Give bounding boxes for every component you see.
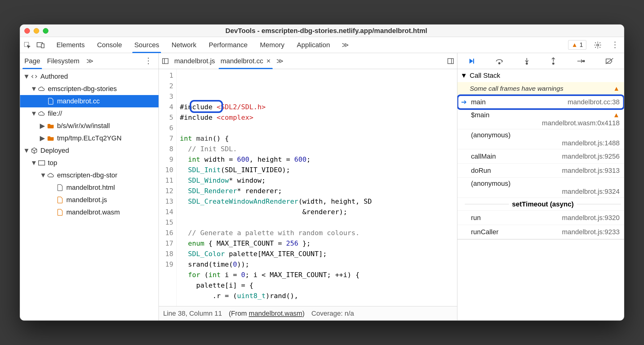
warnings-badge[interactable]: ▲ 1 <box>568 40 586 50</box>
inspect-element-icon[interactable] <box>23 41 31 49</box>
callstack-frame[interactable]: ➔callMainmandelbrot.js:9256 <box>457 149 624 164</box>
async-separator: setTimeout (async) <box>457 198 624 211</box>
tree-file-mandelbrot-cc[interactable]: mandelbrot.cc <box>20 95 159 107</box>
code-editor[interactable]: 12345678910111213141516171819 #include <… <box>159 69 457 306</box>
svg-rect-9 <box>473 59 474 64</box>
svg-rect-2 <box>41 44 44 48</box>
tree-group-deployed[interactable]: ▼Deployed <box>20 144 159 157</box>
deactivate-breakpoints-icon[interactable] <box>605 58 614 64</box>
toggle-debugger-icon[interactable] <box>447 58 454 64</box>
more-tabs-chevron-icon[interactable]: ≫ <box>342 41 349 49</box>
settings-gear-icon[interactable] <box>592 41 604 49</box>
file-icon <box>56 197 64 203</box>
main-tabs-row: Elements Console Sources Network Perform… <box>20 37 624 53</box>
tree-file-js[interactable]: mandelbrot.js <box>20 194 159 206</box>
zoom-window-button[interactable] <box>43 28 48 34</box>
kebab-menu-icon[interactable]: ⋮ <box>609 40 621 50</box>
tab-memory[interactable]: Memory <box>259 37 285 53</box>
file-icon <box>56 184 64 191</box>
file-tab-js[interactable]: mandelbrot.js <box>174 53 215 69</box>
tree-origin-3[interactable]: ▼emscripten-dbg-stor <box>20 169 159 181</box>
navigator-more-icon[interactable]: ≫ <box>86 57 93 65</box>
step-out-icon[interactable] <box>550 57 556 65</box>
navigator-tab-filesystem[interactable]: Filesystem <box>47 53 79 69</box>
svg-point-3 <box>597 44 599 46</box>
callstack-warning: Some call frames have warnings ▲ <box>457 82 624 95</box>
code-icon <box>31 73 38 80</box>
window-title: DevTools - emscripten-dbg-stories.netlif… <box>55 27 598 35</box>
close-tab-icon[interactable]: ✕ <box>266 58 271 64</box>
navigator-tab-page[interactable]: Page <box>24 53 40 69</box>
svg-point-12 <box>526 63 528 64</box>
warnings-count: 1 <box>580 41 583 48</box>
cloud-icon <box>38 86 45 91</box>
window-controls <box>24 28 48 34</box>
editor-panel: mandelbrot.js mandelbrot.cc✕ ≫ 123456789… <box>159 53 457 320</box>
callstack-frame[interactable]: ➔(anonymous)mandelbrot.js:9324 <box>457 178 624 198</box>
coverage-status: Coverage: n/a <box>312 310 354 318</box>
callstack-frame[interactable]: ➔doRunmandelbrot.js:9313 <box>457 164 624 178</box>
tab-sources[interactable]: Sources <box>134 37 160 53</box>
toggle-navigator-icon[interactable] <box>162 58 169 64</box>
callstack-header[interactable]: ▼Call Stack <box>457 69 624 82</box>
more-file-tabs-icon[interactable]: ≫ <box>276 57 283 65</box>
step-over-icon[interactable] <box>495 58 503 64</box>
callstack-frame[interactable]: ➔runCallermandelbrot.js:9233 <box>457 225 624 239</box>
cube-icon <box>31 147 38 154</box>
navigator-tabs: Page Filesystem ≫ ⋮ <box>20 53 159 69</box>
folder-icon <box>47 135 55 141</box>
source-mapped-from[interactable]: (From mandelbrot.wasm) <box>229 310 305 318</box>
warning-triangle-icon: ▲ <box>613 85 620 92</box>
tree-folder-2[interactable]: ▶tmp/tmp.ELcTq2YGN <box>20 132 159 144</box>
warning-triangle-icon: ▲ <box>572 41 578 48</box>
editor-status-bar: Line 38, Column 11 (From mandelbrot.wasm… <box>159 306 457 320</box>
step-icon[interactable] <box>577 58 585 64</box>
devtools-window: DevTools - emscripten-dbg-stories.netlif… <box>20 24 624 321</box>
file-icon <box>47 98 55 105</box>
minimize-window-button[interactable] <box>34 28 39 34</box>
svg-point-14 <box>553 63 554 64</box>
step-into-icon[interactable] <box>524 57 530 65</box>
window-titlebar: DevTools - emscripten-dbg-stories.netlif… <box>20 25 624 37</box>
tree-origin-file[interactable]: ▼file:// <box>20 107 159 120</box>
editor-file-tabs: mandelbrot.js mandelbrot.cc✕ ≫ <box>159 53 457 69</box>
tree-file-wasm[interactable]: mandelbrot.wasm <box>20 206 159 218</box>
frame-icon <box>38 160 45 166</box>
callstack-frame[interactable]: ➔runmandelbrot.js:9320 <box>457 211 624 225</box>
folder-icon <box>47 123 55 129</box>
file-tree: ▼Authored ▼emscripten-dbg-stories mandel… <box>20 69 159 320</box>
cursor-position: Line 38, Column 11 <box>163 310 222 318</box>
tab-network[interactable]: Network <box>171 37 197 53</box>
tab-application[interactable]: Application <box>296 37 331 53</box>
callstack-section: ▼Call Stack Some call frames have warnin… <box>457 69 624 239</box>
callstack-frame[interactable]: ➔$main▲mandelbrot.wasm:0x4118 <box>457 109 624 129</box>
svg-rect-7 <box>448 58 453 64</box>
tab-elements[interactable]: Elements <box>56 37 85 53</box>
resume-icon[interactable] <box>468 57 475 65</box>
callstack-frame[interactable]: ➔mainmandelbrot.cc:38 <box>457 95 624 109</box>
tree-file-html[interactable]: mandelbrot.html <box>20 181 159 194</box>
callstack-frame[interactable]: ➔(anonymous)mandelbrot.js:1488 <box>457 129 624 149</box>
file-icon <box>56 209 64 216</box>
svg-rect-4 <box>39 161 45 165</box>
file-tab-cc[interactable]: mandelbrot.cc✕ <box>221 53 271 69</box>
tree-group-authored[interactable]: ▼Authored <box>20 70 159 83</box>
tree-origin-1[interactable]: ▼emscripten-dbg-stories <box>20 83 159 95</box>
close-window-button[interactable] <box>24 28 30 34</box>
line-gutter: 12345678910111213141516171819 <box>159 69 177 306</box>
tab-performance[interactable]: Performance <box>208 37 248 53</box>
debugger-panel: ▼Call Stack Some call frames have warnin… <box>457 53 624 320</box>
callstack-list: ➔mainmandelbrot.cc:38➔$main▲mandelbrot.w… <box>457 95 624 198</box>
tab-console[interactable]: Console <box>97 37 123 53</box>
navigator-kebab-icon[interactable]: ⋮ <box>142 56 154 66</box>
navigator-panel: Page Filesystem ≫ ⋮ ▼Authored ▼emscripte… <box>20 53 159 320</box>
tree-top[interactable]: ▼top <box>20 157 159 169</box>
debugger-toolbar <box>457 53 624 69</box>
svg-rect-5 <box>163 58 168 64</box>
svg-point-16 <box>583 60 585 62</box>
main-function-highlight <box>190 100 223 113</box>
cloud-icon <box>47 173 55 178</box>
tree-folder-1[interactable]: ▶b/s/w/ir/x/w/install <box>20 120 159 132</box>
callstack-list-async: ➔runmandelbrot.js:9320➔runCallermandelbr… <box>457 211 624 239</box>
device-toolbar-icon[interactable] <box>37 41 45 49</box>
